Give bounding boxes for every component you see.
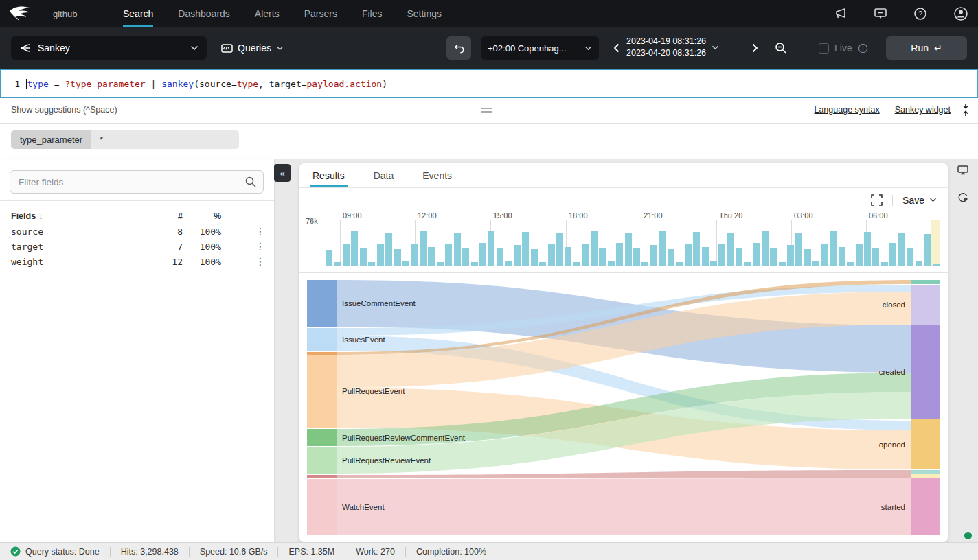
- collapse-panel-icon: «: [280, 168, 284, 178]
- status-item: Query status: Done: [0, 546, 110, 557]
- histogram-bar: [437, 262, 444, 266]
- previous-time-window-button[interactable]: [607, 36, 625, 60]
- feedback-icon[interactable]: [874, 8, 887, 20]
- nav-item-files[interactable]: Files: [362, 0, 383, 27]
- show-suggestions-hint[interactable]: Show suggestions (^Space): [11, 105, 117, 115]
- nav-item-alerts[interactable]: Alerts: [255, 0, 280, 27]
- histogram-bar: [830, 231, 837, 266]
- field-name: target: [11, 242, 155, 252]
- x-tick-label: 15:00: [493, 211, 512, 220]
- field-row-source[interactable]: source8100%⋮: [11, 224, 265, 239]
- announcements-icon[interactable]: [834, 8, 848, 20]
- sankey-node: [911, 280, 940, 284]
- field-menu-icon[interactable]: ⋮: [221, 241, 265, 252]
- parameter-value-input[interactable]: *: [91, 130, 239, 149]
- fields-table: Fields↓ # % source8100%⋮target7100%⋮weig…: [11, 209, 265, 269]
- histogram-bar: [693, 232, 700, 266]
- chevron-down-icon: [276, 46, 284, 51]
- undo-time-button[interactable]: [446, 36, 471, 60]
- fullscreen-icon[interactable]: [871, 194, 883, 206]
- sankey-node: [911, 474, 940, 478]
- run-query-button[interactable]: Run ↵: [886, 36, 967, 60]
- nav-item-search[interactable]: Search: [123, 0, 153, 27]
- help-icon[interactable]: ?: [913, 7, 927, 21]
- collapse-sidebar-button[interactable]: «: [274, 164, 291, 182]
- time-range-end: 2023-04-20 08:31:26: [626, 47, 706, 59]
- histogram-bar: [787, 245, 794, 266]
- undo-icon: [453, 43, 465, 54]
- sankey-node: [911, 478, 940, 535]
- save-dropdown-button[interactable]: Save: [902, 195, 937, 206]
- language-syntax-link[interactable]: Language syntax: [814, 105, 879, 115]
- histogram-plot: 09:0012:0015:0018:0021:00Thu 2003:0006:0…: [325, 211, 940, 269]
- nav-item-settings[interactable]: Settings: [407, 0, 442, 27]
- gridline: [641, 220, 641, 266]
- crowdstrike-falcon-logo-icon[interactable]: [8, 4, 36, 23]
- sankey-widget-link[interactable]: Sankey widget: [895, 105, 951, 115]
- histogram-bar: [556, 233, 563, 266]
- histogram-bar: [394, 249, 401, 266]
- query-editor[interactable]: 1 type = ?type_parameter | sankey(source…: [0, 69, 978, 98]
- account-icon[interactable]: [953, 6, 968, 21]
- time-range-picker[interactable]: 2023-04-19 08:31:26 2023-04-20 08:31:26: [626, 36, 719, 59]
- histogram-bar: [650, 245, 657, 266]
- sankey-diagram[interactable]: IssueCommentEventIssuesEventPullRequestE…: [307, 279, 942, 536]
- histogram-bar: [616, 243, 623, 266]
- nav-item-parsers[interactable]: Parsers: [304, 0, 337, 27]
- histogram-bar: [334, 262, 341, 266]
- filter-fields-input[interactable]: [19, 177, 245, 187]
- queries-folder-icon: [221, 43, 233, 54]
- tab-results[interactable]: Results: [312, 163, 345, 187]
- timezone-dropdown[interactable]: +02:00 Copenhag...: [481, 36, 599, 60]
- sankey-node: [911, 325, 940, 419]
- nav-item-dashboards[interactable]: Dashboards: [178, 0, 230, 27]
- histogram-bar: [377, 244, 384, 266]
- top-navigation: github SearchDashboardsAlertsParsersFile…: [0, 0, 978, 27]
- svg-text:i: i: [862, 45, 863, 51]
- field-row-target[interactable]: target7100%⋮: [11, 239, 265, 254]
- tab-events[interactable]: Events: [422, 163, 452, 187]
- time-range-start: 2023-04-19 08:31:26: [626, 36, 706, 47]
- sankey-node: [307, 447, 337, 474]
- collapse-editor-icon[interactable]: [960, 103, 971, 119]
- histogram-bar: [685, 244, 692, 266]
- repository-selector[interactable]: github: [53, 9, 94, 19]
- y-axis-max-label: 76k: [306, 217, 318, 225]
- editor-resize-handle[interactable]: [481, 108, 492, 113]
- chevron-down-icon: [584, 46, 592, 51]
- fields-sort-header[interactable]: Fields↓: [11, 211, 155, 221]
- histogram-bar: [907, 248, 913, 266]
- tab-data[interactable]: Data: [374, 163, 394, 187]
- main-nav-items: SearchDashboardsAlertsParsersFilesSettin…: [123, 0, 466, 27]
- display-board-icon[interactable]: [957, 165, 969, 179]
- results-tabs: ResultsDataEvents: [299, 163, 948, 188]
- enter-key-icon: ↵: [934, 43, 942, 54]
- presence-indicator-dot: [964, 532, 972, 539]
- histogram-bar: [668, 249, 674, 266]
- histogram-bar: [924, 234, 931, 266]
- event-histogram[interactable]: 76k 09:0012:0015:0018:0021:00Thu 2003:00…: [299, 211, 948, 273]
- histogram-bar: [420, 231, 427, 266]
- field-menu-icon[interactable]: ⋮: [221, 226, 265, 237]
- histogram-bar: [864, 232, 871, 266]
- divider: [43, 8, 43, 20]
- histogram-bar: [933, 264, 940, 266]
- next-time-window-button[interactable]: [746, 36, 764, 60]
- sankey-node-label: WatchEvent: [342, 503, 385, 511]
- queries-dropdown[interactable]: Queries: [221, 36, 284, 60]
- gridline: [716, 220, 717, 266]
- zoom-out-time-button[interactable]: [771, 36, 791, 60]
- histogram-bar: [402, 261, 409, 266]
- histogram-bar: [471, 262, 478, 266]
- parameters-row: type_parameter *: [0, 124, 978, 159]
- field-row-weight[interactable]: weight12100%⋮: [11, 254, 265, 269]
- field-name: source: [11, 226, 155, 237]
- histogram-bar: [633, 248, 640, 266]
- widget-selector-dropdown[interactable]: Sankey: [11, 36, 207, 60]
- interactive-session-icon[interactable]: [957, 191, 969, 207]
- sankey-node: [307, 352, 337, 355]
- histogram-bar: [591, 231, 598, 266]
- sankey-node-label: PullRequestReviewCommentEvent: [342, 434, 466, 442]
- svg-text:?: ?: [918, 10, 922, 18]
- field-menu-icon[interactable]: ⋮: [221, 256, 265, 267]
